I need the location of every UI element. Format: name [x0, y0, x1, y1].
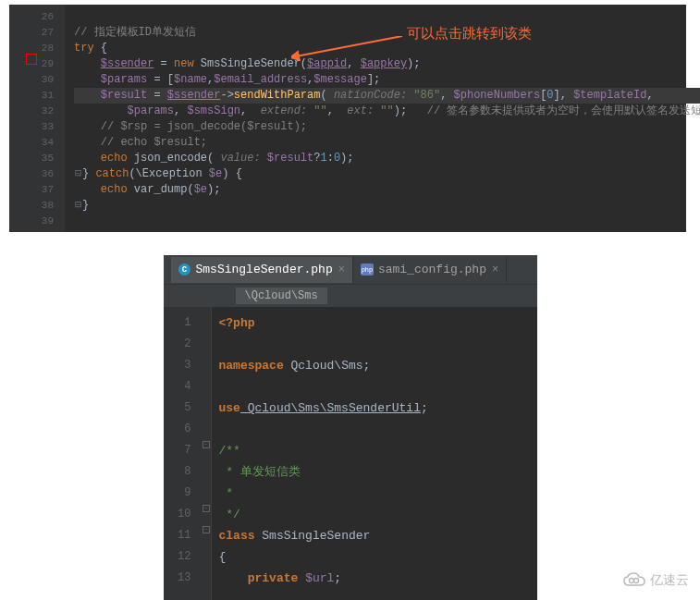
- cloud-icon: [622, 572, 646, 589]
- fold-toggle-icon[interactable]: −: [203, 505, 210, 512]
- close-icon[interactable]: ×: [338, 263, 345, 276]
- code-panel-bottom: 1 2 3 4 5 6 7 8 9 10 11 12 13 − − − <?ph…: [164, 307, 537, 600]
- line-number: 8: [164, 461, 201, 483]
- line-number: 39: [9, 214, 65, 229]
- line-number: 11: [164, 525, 201, 546]
- line-number: 26: [9, 9, 65, 25]
- annotation-text: 可以点击跳转到该类: [407, 25, 532, 43]
- line-number: 32: [9, 104, 65, 119]
- code-line: */: [219, 504, 537, 525]
- code-line: $ssender = new SmsSingleSender($appid, $…: [74, 56, 700, 72]
- line-number: 33: [9, 119, 65, 135]
- line-number: 1: [164, 312, 201, 334]
- gutter-top: 26 27 28 29 30 31 32 33 34 35 36 37 38 3…: [9, 5, 65, 232]
- code-line: $params, $smsSign, extend: "", ext: "");…: [74, 104, 700, 119]
- tab-label: sami_config.php: [378, 263, 486, 276]
- line-number: 27: [9, 25, 65, 41]
- code-line: [74, 9, 700, 25]
- fold-gutter: − − −: [201, 307, 212, 600]
- class-icon: C: [178, 263, 191, 276]
- code-area-top[interactable]: 可以点击跳转到该类 // 指定模板ID单发短信 try { $ssender =…: [65, 5, 700, 232]
- code-line: // echo $result;: [74, 135, 700, 151]
- code-line: [219, 334, 537, 355]
- code-line: private $url;: [219, 568, 537, 589]
- code-area-bottom[interactable]: <?php namespace Qcloud\Sms; use Qcloud\S…: [212, 307, 537, 600]
- code-line: ⊟} catch(\Exception $e) {: [74, 166, 700, 182]
- code-line: echo var_dump($e);: [74, 182, 700, 198]
- gutter-bottom: 1 2 3 4 5 6 7 8 9 10 11 12 13: [164, 307, 201, 600]
- code-line: // 指定模板ID单发短信: [74, 25, 700, 41]
- line-number: 30: [9, 72, 65, 88]
- watermark-text: 亿速云: [650, 572, 689, 589]
- code-line: namespace Qcloud\Sms;: [219, 355, 537, 376]
- line-number: 36: [9, 166, 65, 182]
- line-number: 5: [164, 398, 201, 419]
- line-number: 29: [9, 56, 65, 72]
- line-number: 10: [164, 504, 201, 525]
- fold-toggle-icon[interactable]: −: [203, 441, 210, 448]
- code-line: {: [219, 546, 537, 568]
- watermark: 亿速云: [622, 572, 689, 589]
- line-number: 3: [164, 355, 201, 376]
- line-number: 4: [164, 376, 201, 398]
- code-line: *: [219, 483, 537, 504]
- code-line: class SmsSingleSender: [219, 525, 537, 546]
- code-line: $params = [$name,$email_address,$message…: [74, 72, 700, 88]
- svg-point-3: [634, 579, 639, 583]
- code-line: try {: [74, 41, 700, 56]
- code-line: * 单发短信类: [219, 461, 537, 483]
- code-line: ⊟}: [74, 198, 700, 214]
- close-icon[interactable]: ×: [492, 263, 498, 276]
- breakpoint-indicator[interactable]: [26, 54, 37, 65]
- tab-bar: C SmsSingleSender.php × php sami_config.…: [164, 255, 537, 285]
- code-line: <?php: [219, 312, 537, 334]
- line-number: 31: [9, 88, 65, 104]
- svg-point-2: [630, 579, 634, 583]
- line-number: 35: [9, 151, 65, 166]
- php-file-icon: php: [361, 263, 374, 276]
- tab-smssinglesender[interactable]: C SmsSingleSender.php ×: [171, 257, 353, 283]
- line-number: 9: [164, 483, 201, 504]
- line-number: 34: [9, 135, 65, 151]
- line-number: 6: [164, 419, 201, 440]
- code-line: /**: [219, 440, 537, 461]
- code-line: [219, 376, 537, 398]
- code-editor-top: 26 27 28 29 30 31 32 33 34 35 36 37 38 3…: [9, 5, 686, 232]
- code-line: use Qcloud\Sms\SmsSenderUtil;: [219, 398, 537, 419]
- fold-toggle-icon[interactable]: −: [203, 526, 210, 533]
- line-number: 7: [164, 440, 201, 461]
- line-number: 38: [9, 198, 65, 214]
- code-editor-bottom: C SmsSingleSender.php × php sami_config.…: [164, 255, 537, 600]
- line-number: 28: [9, 41, 65, 56]
- breadcrumb-namespace[interactable]: \Qcloud\Sms: [236, 288, 327, 304]
- tab-samiconfig[interactable]: php sami_config.php ×: [353, 257, 507, 283]
- code-line-highlighted: $result = $ssender->sendWithParam( natio…: [74, 88, 700, 104]
- code-line: echo json_encode( value: $result?1:0);: [74, 151, 700, 166]
- line-number: 13: [164, 568, 201, 589]
- line-number: 37: [9, 182, 65, 198]
- line-number: 12: [164, 546, 201, 568]
- code-line: [219, 419, 537, 440]
- tab-label: SmsSingleSender.php: [196, 263, 333, 276]
- line-number: 2: [164, 334, 201, 355]
- breadcrumb-bar: \Qcloud\Sms: [164, 285, 537, 307]
- code-line: // $rsp = json_decode($result);: [74, 119, 700, 135]
